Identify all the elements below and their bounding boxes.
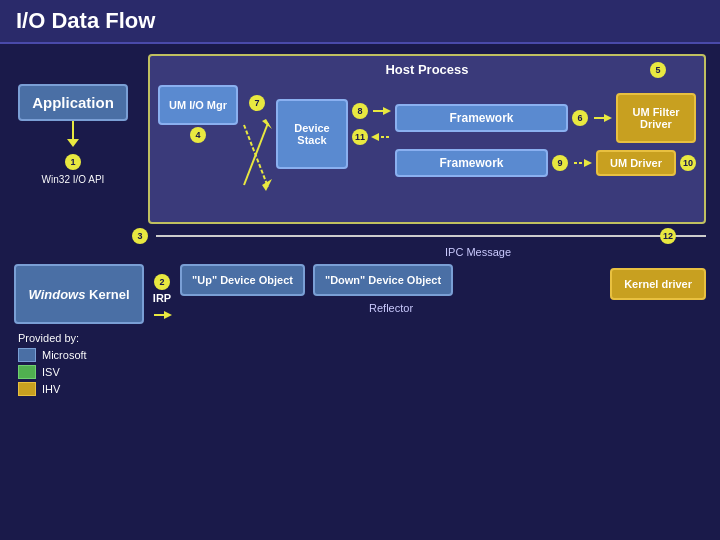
ipc-divider: 3 12 [132, 228, 706, 244]
num8-badge: 8 [352, 103, 368, 119]
reflector-label: Reflector [180, 302, 602, 314]
host-process-container: Host Process 5 UM I/O Mgr 4 7 [148, 54, 706, 224]
legend-title: Provided by: [18, 332, 706, 344]
main-content: Application 1 Win32 I/O API Host Process… [0, 44, 720, 409]
num12-badge: 12 [660, 228, 676, 244]
num4-badge: 4 [190, 127, 206, 143]
num6-badge: 6 [572, 110, 588, 126]
legend-ihv-label: IHV [42, 383, 60, 395]
num9-badge: 9 [552, 155, 568, 171]
svg-marker-5 [262, 179, 272, 191]
um-filter-driver-box: UM Filter Driver [616, 93, 696, 143]
legend-color-isv [18, 365, 36, 379]
num10-badge: 10 [680, 155, 696, 171]
windows-kernel-box: Windows Kernel [14, 264, 144, 324]
svg-marker-1 [67, 139, 79, 147]
down-device-box: "Down" Device Object [313, 264, 453, 296]
top-diagram: Application 1 Win32 I/O API Host Process… [14, 54, 706, 224]
num5-badge: 5 [650, 62, 666, 78]
host-process-label: Host Process [385, 62, 468, 77]
legend: Provided by: Microsoft ISV IHV [14, 332, 706, 396]
page-title: I/O Data Flow [0, 0, 720, 44]
up-device-box: "Up" Device Object [180, 264, 305, 296]
legend-ms: Microsoft [18, 348, 706, 362]
legend-ms-label: Microsoft [42, 349, 87, 361]
num11-badge: 11 [352, 129, 368, 145]
num2-badge: 2 [154, 274, 170, 290]
svg-marker-15 [164, 311, 172, 319]
svg-marker-7 [383, 107, 391, 115]
legend-isv: ISV [18, 365, 706, 379]
windows-italic: Windows [28, 287, 85, 302]
left-column: Application 1 Win32 I/O API [14, 54, 132, 224]
framework-box-1: Framework [395, 104, 568, 132]
legend-isv-label: ISV [42, 366, 60, 378]
svg-marker-13 [584, 159, 592, 167]
ipc-label: IPC Message [132, 246, 720, 258]
application-box: Application [18, 84, 128, 121]
kernel-driver-box: Kernel driver [610, 268, 706, 300]
irp-label: IRP [153, 292, 171, 304]
legend-color-ms [18, 348, 36, 362]
win32-api-label: Win32 I/O API [42, 174, 105, 185]
legend-ihv: IHV [18, 382, 706, 396]
num3-badge: 3 [132, 228, 148, 244]
um-driver-box: UM Driver [596, 150, 676, 176]
svg-marker-11 [604, 114, 612, 122]
num1-badge: 1 [65, 154, 81, 170]
um-io-mgr-box: UM I/O Mgr [158, 85, 238, 125]
framework-box-2: Framework [395, 149, 548, 177]
device-stack-box: Device Stack [276, 99, 348, 169]
num7-badge: 7 [249, 95, 265, 111]
legend-color-ihv [18, 382, 36, 396]
bottom-section: Windows Kernel 2 IRP "Up" Device Object … [14, 264, 706, 324]
svg-marker-9 [371, 133, 379, 141]
